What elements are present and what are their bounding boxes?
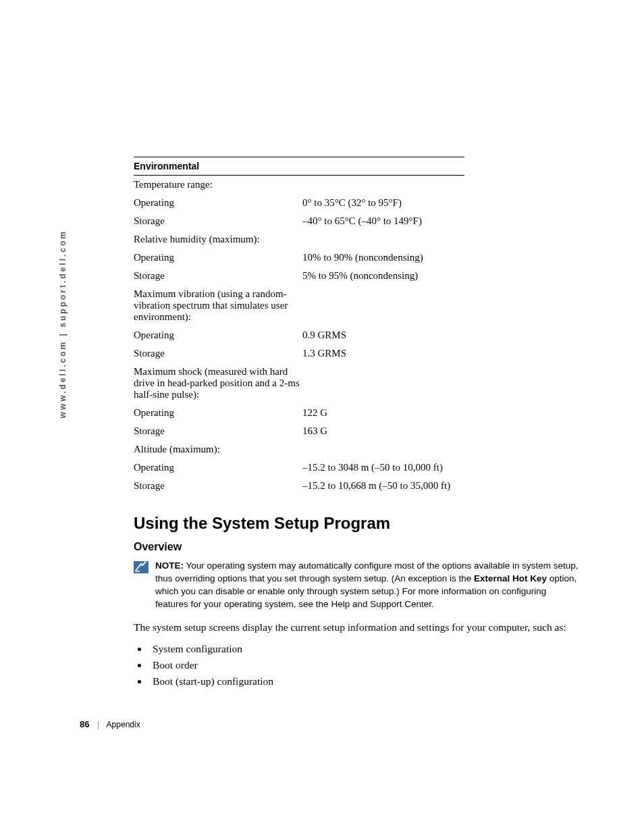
table-section-header: Environmental (134, 157, 464, 176)
footer-divider: | (97, 720, 99, 729)
table-row: Storage1.3 GRMS (134, 344, 464, 363)
list-item: Boot (start-up) configuration (149, 673, 579, 689)
spec-label: Operating (134, 194, 302, 212)
spec-value (302, 230, 464, 249)
spec-label: Altitude (maximum): (134, 440, 302, 459)
table-row: Operating122 G (134, 404, 464, 422)
note-text: NOTE: Your operating system may automati… (155, 560, 579, 611)
spec-label: Storage (134, 344, 302, 363)
spec-label: Storage (134, 212, 302, 230)
spec-value: 0.9 GRMS (302, 326, 464, 344)
spec-value: –15.2 to 10,668 m (–50 to 35,000 ft) (302, 477, 464, 495)
spec-value (302, 285, 464, 326)
spec-value: 163 G (302, 422, 464, 440)
spec-value: –40° to 65°C (–40° to 149°F) (302, 212, 464, 230)
spec-label: Operating (134, 404, 302, 422)
table-row: Storage–40° to 65°C (–40° to 149°F) (134, 212, 464, 230)
section-heading: Using the System Setup Program (134, 514, 579, 533)
page-number: 86 (80, 719, 89, 729)
note-block: NOTE: Your operating system may automati… (134, 560, 579, 611)
table-row: Operating10% to 90% (noncondensing) (134, 249, 464, 267)
spec-label: Storage (134, 477, 302, 495)
page-footer: 86 | Appendix (80, 719, 140, 729)
table-row: Maximum shock (measured with hard drive … (134, 363, 464, 404)
spec-label: Operating (134, 249, 302, 267)
spec-label: Maximum shock (measured with hard drive … (134, 363, 302, 404)
spec-value (302, 363, 464, 404)
list-item: System configuration (149, 641, 579, 657)
table-row: Operating0° to 35°C (32° to 95°F) (134, 194, 464, 212)
table-row: Temperature range: (134, 176, 464, 194)
spec-label: Storage (134, 422, 302, 440)
table-row: Altitude (maximum): (134, 440, 464, 459)
spec-label: Relative humidity (maximum): (134, 230, 302, 249)
spec-value (302, 176, 464, 194)
section-subheading: Overview (134, 541, 579, 553)
table-row: Relative humidity (maximum): (134, 230, 464, 249)
spec-value: –15.2 to 3048 m (–50 to 10,000 ft) (302, 459, 464, 477)
bullet-list: System configurationBoot orderBoot (star… (149, 641, 579, 689)
spec-label: Operating (134, 459, 302, 477)
page-content: Environmental Temperature range:Operatin… (134, 157, 579, 689)
spec-value: 122 G (302, 404, 464, 422)
table-row: Storage163 G (134, 422, 464, 440)
spec-value (302, 440, 464, 459)
note-inline-bold: External Hot Key (474, 573, 547, 583)
note-label: NOTE: (155, 561, 184, 571)
note-icon (134, 561, 149, 576)
table-row: Operating0.9 GRMS (134, 326, 464, 344)
website-url-sidebar: www.dell.com | support.dell.com (58, 230, 68, 418)
spec-label: Storage (134, 267, 302, 285)
table-row: Storage–15.2 to 10,668 m (–50 to 35,000 … (134, 477, 464, 495)
table-row: Storage5% to 95% (noncondensing) (134, 267, 464, 285)
footer-section: Appendix (107, 720, 140, 729)
table-row: Maximum vibration (using a random-vibrat… (134, 285, 464, 326)
spec-value: 0° to 35°C (32° to 95°F) (302, 194, 464, 212)
environmental-spec-table: Environmental Temperature range:Operatin… (134, 157, 464, 495)
table-row: Operating–15.2 to 3048 m (–50 to 10,000 … (134, 459, 464, 477)
spec-label: Operating (134, 326, 302, 344)
list-item: Boot order (149, 657, 579, 673)
spec-value: 1.3 GRMS (302, 344, 464, 363)
body-paragraph: The system setup screens display the cur… (134, 621, 579, 635)
spec-value: 10% to 90% (noncondensing) (302, 249, 464, 267)
spec-value: 5% to 95% (noncondensing) (302, 267, 464, 285)
spec-label: Maximum vibration (using a random-vibrat… (134, 285, 302, 326)
spec-label: Temperature range: (134, 176, 302, 194)
